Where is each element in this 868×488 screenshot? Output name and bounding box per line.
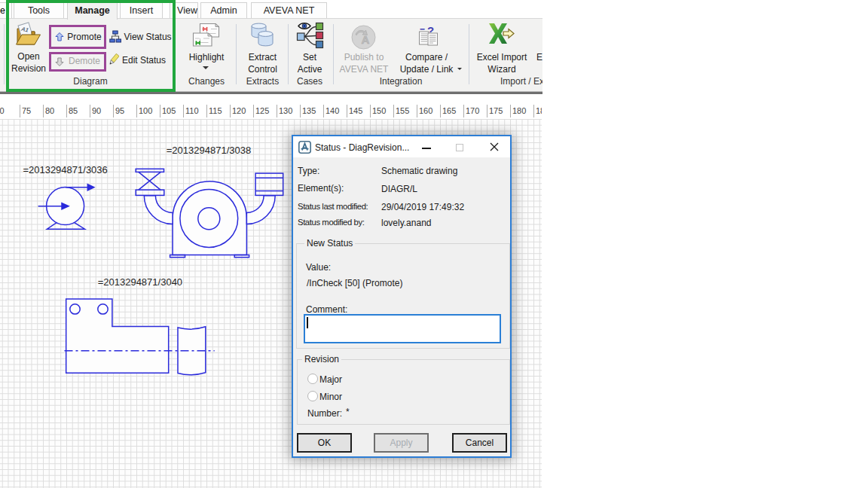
svg-text:A: A: [362, 33, 370, 46]
